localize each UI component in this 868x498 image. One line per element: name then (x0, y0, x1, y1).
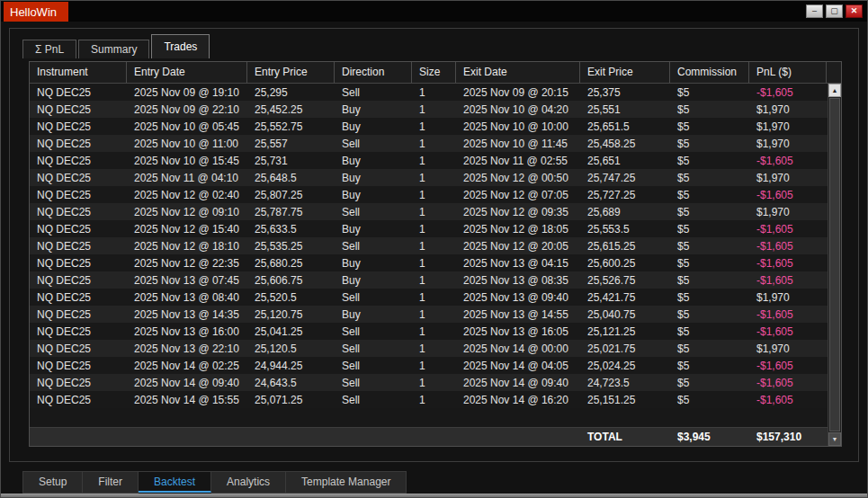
table-cell: 1 (412, 189, 456, 201)
table-cell: NQ DEC25 (30, 223, 127, 236)
trades-table: InstrumentEntry DateEntry PriceDirection… (29, 61, 842, 447)
table-row[interactable]: NQ DEC252025 Nov 14 @ 15:5525,071.25Sell… (30, 391, 828, 408)
footer-commission-total: $3,945 (670, 431, 749, 443)
table-cell: 25,040.75 (580, 308, 670, 321)
table-row[interactable]: NQ DEC252025 Nov 10 @ 11:0025,557Sell120… (30, 135, 828, 152)
table-row[interactable]: NQ DEC252025 Nov 12 @ 15:4025,633.5Buy12… (30, 220, 828, 237)
vertical-scrollbar[interactable]: ▲ ▼ (828, 84, 841, 446)
tab-backtest[interactable]: Backtest (139, 471, 211, 493)
tab-analytics[interactable]: Analytics (211, 471, 286, 494)
close-icon: ✕ (851, 6, 858, 15)
tab-template-manager[interactable]: Template Manager (286, 471, 407, 494)
table-cell: 2025 Nov 10 @ 15:45 (127, 155, 247, 167)
table-row[interactable]: NQ DEC252025 Nov 12 @ 09:1025,787.75Sell… (30, 203, 828, 220)
table-cell: NQ DEC25 (30, 360, 127, 372)
table-cell: 1 (412, 155, 456, 167)
table-cell: $5 (670, 274, 749, 287)
tab-summary[interactable]: Summary (78, 40, 149, 58)
table-row[interactable]: NQ DEC252025 Nov 13 @ 08:4025,520.5Sell1… (30, 289, 828, 306)
footer-pnl-total: $157,310 (749, 431, 827, 443)
table-header: InstrumentEntry DateEntry PriceDirection… (30, 62, 841, 84)
table-row[interactable]: NQ DEC252025 Nov 11 @ 04:1025,648.5Buy12… (30, 169, 828, 186)
table-cell: 25,689 (580, 206, 670, 218)
table-cell: 2025 Nov 14 @ 00:00 (456, 342, 580, 355)
table-cell: $5 (670, 103, 749, 116)
table-cell: NQ DEC25 (30, 342, 127, 355)
scrollbar-thumb[interactable] (829, 98, 840, 431)
table-cell: 2025 Nov 12 @ 09:10 (127, 206, 247, 218)
table-cell: Sell (335, 360, 412, 372)
table-cell: 1 (412, 120, 456, 133)
column-header-commission[interactable]: Commission (670, 62, 749, 83)
table-cell: Buy (335, 120, 412, 133)
tab-trades[interactable]: Trades (151, 34, 210, 58)
minimize-button[interactable]: – (806, 4, 823, 18)
table-row[interactable]: NQ DEC252025 Nov 12 @ 02:4025,807.25Buy1… (30, 186, 828, 203)
table-row[interactable]: NQ DEC252025 Nov 13 @ 07:4525,606.75Buy1… (30, 271, 828, 289)
tab-filter[interactable]: Filter (83, 471, 139, 494)
scroll-up-button[interactable]: ▲ (828, 84, 841, 97)
table-cell: 2025 Nov 10 @ 10:00 (456, 120, 580, 133)
table-row[interactable]: NQ DEC252025 Nov 14 @ 02:2524,944.25Sell… (30, 357, 828, 374)
table-row[interactable]: NQ DEC252025 Nov 12 @ 22:3525,680.25Buy1… (30, 254, 828, 271)
table-cell: -$1,605 (749, 394, 827, 406)
table-cell: $5 (670, 223, 749, 236)
table-cell: 24,944.25 (247, 360, 335, 372)
table-cell: Sell (335, 377, 412, 389)
table-row[interactable]: NQ DEC252025 Nov 09 @ 19:1025,295Sell120… (30, 84, 828, 101)
table-cell: $5 (670, 325, 749, 338)
table-cell: 2025 Nov 13 @ 22:10 (127, 342, 247, 355)
column-header-exit-price[interactable]: Exit Price (580, 62, 670, 83)
table-cell: 25,807.25 (247, 189, 335, 201)
table-row[interactable]: NQ DEC252025 Nov 13 @ 22:1025,120.5Sell1… (30, 340, 828, 357)
table-cell: $5 (670, 257, 749, 270)
table-cell: 1 (412, 103, 456, 116)
column-header-pnl[interactable]: PnL ($) (749, 62, 827, 83)
table-cell: 1 (412, 172, 456, 184)
table-empty-space (30, 408, 828, 427)
table-row[interactable]: NQ DEC252025 Nov 13 @ 14:3525,120.75Buy1… (30, 306, 828, 323)
table-row[interactable]: NQ DEC252025 Nov 10 @ 05:4525,552.75Buy1… (30, 118, 828, 135)
table-cell: 2025 Nov 14 @ 04:05 (456, 360, 580, 372)
column-header-entry-date[interactable]: Entry Date (127, 62, 247, 83)
table-row[interactable]: NQ DEC252025 Nov 12 @ 18:1025,535.25Sell… (30, 237, 828, 254)
close-button[interactable]: ✕ (846, 4, 863, 18)
table-cell: 25,120.75 (247, 308, 335, 321)
table-row[interactable]: NQ DEC252025 Nov 14 @ 09:4024,643.5Sell1… (30, 374, 828, 391)
scroll-down-button[interactable]: ▼ (828, 432, 841, 446)
table-cell: $1,970 (749, 291, 827, 304)
table-cell: Sell (335, 291, 412, 304)
column-header-size[interactable]: Size (412, 62, 456, 83)
table-cell: 2025 Nov 09 @ 20:15 (456, 86, 580, 99)
table-cell: -$1,605 (749, 240, 827, 253)
titlebar[interactable]: HelloWin – ▢ ✕ (1, 1, 867, 22)
column-header-instrument[interactable]: Instrument (30, 62, 127, 83)
table-cell: $5 (670, 86, 749, 99)
column-header-direction[interactable]: Direction (335, 62, 412, 83)
table-row[interactable]: NQ DEC252025 Nov 09 @ 22:1025,452.25Buy1… (30, 101, 828, 118)
column-header-exit-date[interactable]: Exit Date (456, 62, 580, 83)
table-cell: 2025 Nov 14 @ 16:20 (456, 394, 580, 406)
table-cell: 2025 Nov 11 @ 02:55 (456, 155, 580, 167)
table-cell: 25,520.5 (247, 291, 335, 304)
tab-pnl[interactable]: Σ PnL (22, 40, 76, 58)
table-cell: 1 (412, 138, 456, 150)
table-cell: 25,458.25 (580, 138, 670, 150)
minimize-icon: – (812, 6, 817, 15)
table-cell: Sell (335, 206, 412, 218)
table-cell: 2025 Nov 10 @ 04:20 (456, 103, 580, 116)
tab-setup[interactable]: Setup (22, 471, 83, 494)
table-cell: Sell (335, 342, 412, 355)
table-cell: 25,747.25 (580, 172, 670, 184)
table-cell: NQ DEC25 (30, 155, 127, 167)
table-cell: NQ DEC25 (30, 291, 127, 304)
table-cell: 2025 Nov 13 @ 04:15 (456, 257, 580, 270)
table-row[interactable]: NQ DEC252025 Nov 10 @ 15:4525,731Buy1202… (30, 152, 828, 169)
table-footer: TOTAL $3,945 $157,310 (30, 427, 828, 446)
table-row[interactable]: NQ DEC252025 Nov 13 @ 16:0025,041.25Sell… (30, 323, 828, 340)
column-header-entry-price[interactable]: Entry Price (247, 62, 335, 83)
maximize-button[interactable]: ▢ (826, 4, 843, 18)
table-cell: 1 (412, 394, 456, 406)
table-cell: 2025 Nov 09 @ 19:10 (127, 86, 247, 99)
table-cell: 1 (412, 377, 456, 389)
